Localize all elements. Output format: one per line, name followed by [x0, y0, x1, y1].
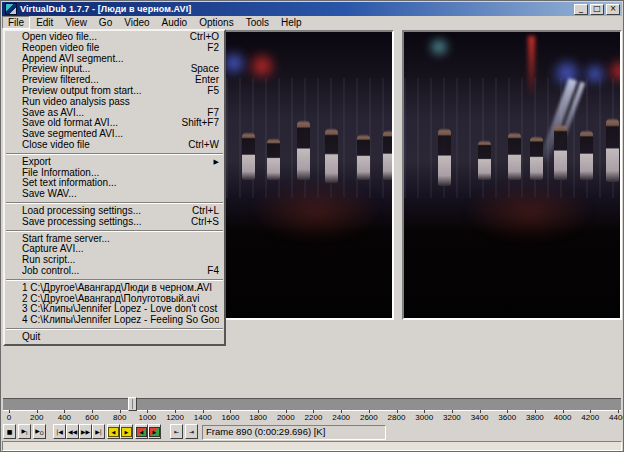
play-output-button[interactable]: ▶O: [33, 424, 46, 439]
dancer-figure: [606, 118, 619, 182]
menu-item-close-video-file[interactable]: Close video fileCtrl+W: [5, 140, 224, 151]
menu-separator: [6, 230, 223, 232]
tick-label: 3400: [471, 413, 489, 422]
menu-item-reopen-video-file[interactable]: Reopen video fileF2: [5, 43, 224, 54]
menu-view[interactable]: View: [59, 16, 93, 29]
menu-item-preview-filtered[interactable]: Preview filtered...Enter: [5, 75, 224, 86]
stage-light: [464, 182, 594, 242]
menu-video[interactable]: Video: [118, 16, 155, 29]
menu-item-export[interactable]: Export▶: [5, 157, 224, 168]
menu-separator: [6, 202, 223, 204]
tick-label: 4000: [554, 413, 572, 422]
menu-item-recent-file-1[interactable]: 1 C:\Другое\Авангард\Люди в черном.AVI: [5, 283, 224, 294]
menu-item-job-control[interactable]: Job control...F4: [5, 266, 224, 277]
dancer-figure: [438, 128, 451, 186]
step-back-button[interactable]: ◀◀: [66, 424, 79, 439]
stop-button-icon: ■: [7, 428, 13, 435]
menu-item-label: Set text information...: [22, 178, 219, 189]
restore-button[interactable]: □: [590, 4, 604, 15]
tick-label: 800: [113, 413, 126, 422]
seek-ticks: 0200400600800100012001400160018002000220…: [1, 410, 624, 423]
step-forward-button[interactable]: ▶▶: [79, 424, 92, 439]
menu-item-label: Close video file: [22, 140, 180, 151]
menu-item-start-frame-server[interactable]: Start frame server...: [5, 234, 224, 245]
menu-item-save-old-format-avi[interactable]: Save old format AVI...Shift+F7: [5, 118, 224, 129]
menu-item-label: Load processing settings...: [22, 206, 184, 217]
transport-bar: ■▶I▶O|◀◀◀▶▶▶|◀▶◀▶⇤⇥: [3, 424, 198, 439]
menu-item-run-script[interactable]: Run script...: [5, 255, 224, 266]
dancer-figure: [478, 140, 491, 180]
play-output-button-sub-label: O: [40, 430, 44, 436]
bottom-strip: [2, 441, 622, 451]
menu-go[interactable]: Go: [93, 16, 118, 29]
menu-item-quit[interactable]: Quit: [5, 332, 224, 343]
menu-item-label: Save as AVI...: [22, 108, 199, 119]
prev-keyframe-button-icon: ◀: [108, 427, 119, 437]
menu-item-open-video-file[interactable]: Open video file...Ctrl+O: [5, 32, 224, 43]
titlebar[interactable]: VirtualDub 1.7.7 - [Люди в черном.AVI] _…: [2, 2, 622, 16]
menu-item-label: File Information...: [22, 168, 219, 179]
play-input-button[interactable]: ▶I: [18, 424, 31, 439]
goto-end-button[interactable]: ▶|: [92, 424, 105, 439]
menu-item-recent-file-2[interactable]: 2 C:\Другое\Авангард\Полуготовый.avi: [5, 294, 224, 305]
prev-scene-button[interactable]: ◀: [135, 424, 148, 439]
step-forward-button-icon: ▶▶: [81, 428, 90, 435]
menu-item-set-text-information[interactable]: Set text information...: [5, 178, 224, 189]
tick-label: 4200: [581, 413, 599, 422]
menu-help[interactable]: Help: [275, 16, 308, 29]
goto-start-button[interactable]: |◀: [53, 424, 66, 439]
mark-in-button[interactable]: ⇤: [170, 424, 183, 439]
tick-label: 0: [7, 413, 11, 422]
menu-item-shortcut: Shift+F7: [181, 118, 219, 129]
minimize-button[interactable]: _: [574, 4, 588, 15]
next-keyframe-button[interactable]: ▶: [120, 424, 133, 439]
prev-scene-button-icon: ◀: [136, 427, 147, 437]
window-title: VirtualDub 1.7.7 - [Люди в черном.AVI]: [20, 4, 191, 14]
dancer-figure: [325, 128, 338, 183]
menu-item-preview-input[interactable]: Preview input...Space: [5, 64, 224, 75]
tick-label: 2200: [305, 413, 323, 422]
tick-label: 2400: [332, 413, 350, 422]
stage-light: [528, 36, 535, 96]
dancer-figure: [267, 138, 280, 180]
next-scene-button[interactable]: ▶: [148, 424, 161, 439]
dancer-figure: [242, 132, 255, 180]
seek-thumb[interactable]: [128, 397, 137, 411]
dancer-figure: [530, 136, 543, 180]
menu-item-label: Start frame server...: [22, 234, 219, 245]
menu-item-label: Save WAV...: [22, 189, 219, 200]
menu-item-file-information[interactable]: File Information...: [5, 168, 224, 179]
dancer-figure: [508, 132, 521, 180]
tick-label: 200: [30, 413, 43, 422]
menu-item-capture-avi[interactable]: Capture AVI...: [5, 244, 224, 255]
play-input-button-sub-label: I: [26, 430, 27, 436]
menu-item-label: Append AVI segment...: [22, 54, 219, 65]
menu-file[interactable]: File: [2, 16, 30, 29]
stop-button[interactable]: ■: [3, 424, 16, 439]
close-button[interactable]: ×: [606, 4, 620, 15]
dancer-figure: [580, 130, 593, 180]
menu-tools[interactable]: Tools: [240, 16, 275, 29]
menu-item-save-processing-settings[interactable]: Save processing settings...Ctrl+S: [5, 217, 224, 228]
menu-item-label: Reopen video file: [22, 43, 199, 54]
tick-label: 1800: [249, 413, 267, 422]
menu-item-label: Preview input...: [22, 64, 183, 75]
menu-item-preview-output-from-start[interactable]: Preview output from start...F5: [5, 86, 224, 97]
menu-item-recent-file-3[interactable]: 3 C:\Клипы\Jennifer Lopez - Love don't c…: [5, 304, 224, 315]
tick-label: 1000: [138, 413, 156, 422]
menu-options[interactable]: Options: [193, 16, 239, 29]
menu-separator: [6, 153, 223, 155]
menu-item-label: Preview output from start...: [22, 86, 199, 97]
menu-audio[interactable]: Audio: [156, 16, 194, 29]
menu-item-label: Preview filtered...: [22, 75, 187, 86]
mark-out-button[interactable]: ⇥: [185, 424, 198, 439]
menu-item-run-video-analysis-pass[interactable]: Run video analysis pass: [5, 97, 224, 108]
menu-item-label: Open video file...: [22, 32, 182, 43]
stage-light: [251, 180, 381, 242]
menu-item-recent-file-4[interactable]: 4 C:\Клипы\Jennifer Lopez - Feeling So G…: [5, 315, 224, 326]
next-keyframe-button-icon: ▶: [121, 427, 132, 437]
prev-keyframe-button[interactable]: ◀: [107, 424, 120, 439]
menu-item-save-wav[interactable]: Save WAV...: [5, 189, 224, 200]
menu-edit[interactable]: Edit: [30, 16, 59, 29]
file-menu: Open video file...Ctrl+OReopen video fil…: [3, 29, 226, 346]
